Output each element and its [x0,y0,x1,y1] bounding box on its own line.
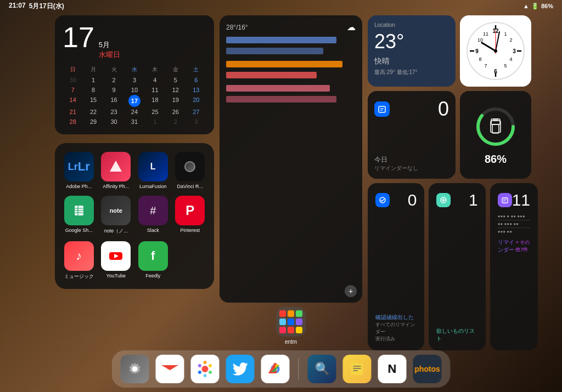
cal-cell[interactable]: 22 [83,107,103,117]
svg-text:2: 2 [509,37,512,43]
cal-cell[interactable]: 31 [124,117,144,127]
cal-cell[interactable]: 11 [145,85,165,95]
dock-app-chrome[interactable] [261,355,290,383]
cal-cell[interactable]: 9 [104,85,124,95]
cal-cell[interactable]: 5 [165,75,186,85]
cal-cell[interactable]: 8 [83,85,103,95]
cal-cell[interactable]: 12 [165,85,186,95]
cal-cell[interactable]: 18 [145,95,165,107]
reminder-confirmed-count: 0 [408,191,417,209]
cal-cell[interactable]: 29 [83,117,103,127]
cal-cell[interactable]: 1 [83,75,103,85]
app-davinci[interactable]: DaVinci R... [175,152,206,189]
app-note-label: note（ノ... [104,228,128,235]
app-affinity[interactable]: Affinity Ph... [101,152,132,189]
svg-text:1: 1 [504,31,507,37]
cal-cell[interactable]: 30 [63,75,83,85]
calendar-weekday: 水曜日 [99,50,120,60]
svg-point-54 [198,364,201,367]
cal-cell[interactable]: 4 [145,75,165,85]
schedule-temp: 28°/16° [226,24,248,31]
cal-cell[interactable]: 25 [145,107,165,117]
status-date: 5月17日(水) [29,2,64,11]
app-pinterest-icon: P [175,196,205,225]
schedule-item-6 [226,96,336,103]
cal-cell[interactable]: 2 [104,75,124,85]
app-lumafusion-icon: L [138,152,168,181]
app-note[interactable]: note note（ノ... [101,196,132,235]
weather-widget[interactable]: Location 23° 快晴 最高:29° 最低:17° [368,15,456,87]
dock-app-gmail[interactable] [156,355,184,383]
wishlist-widget[interactable]: 1 欲しいものリスト [429,183,485,350]
weather-range: 最高:29° 最低:17° [374,69,449,76]
schedule-plus-button[interactable]: + [345,285,357,297]
cal-cell[interactable]: 3 [124,75,144,85]
cal-cell[interactable]: 10 [124,85,144,95]
battery-icon: 🔋 [531,3,539,10]
dock-app-notes[interactable] [343,355,372,383]
battery-widget[interactable]: 86% [460,91,531,179]
battery-icon-center [490,118,501,135]
dock-app-photos[interactable] [191,355,220,383]
cal-cell[interactable]: 15 [83,95,103,107]
dock-app-amazon[interactable]: photos [413,355,442,383]
cal-cell[interactable]: 16 [104,95,124,107]
wishlist-count: 1 [469,191,478,209]
cal-cell[interactable]: 1 [145,117,165,127]
reminder-confirmed-widget[interactable]: 0 確認値繰出した すべてのリマインダー 実行済み [368,183,424,350]
dock-app-notion[interactable]: N [378,355,407,383]
right-widgets: Location 23° 快晴 最高:29° 最低:17° [368,15,538,350]
entm-folder[interactable]: entm [220,307,362,350]
cal-cell[interactable]: 13 [186,85,206,95]
svg-text:8: 8 [479,56,481,62]
cal-cell[interactable]: 30 [104,117,124,127]
wishlist-icon [436,193,451,207]
app-music[interactable]: ♪ ミュージック [64,241,94,280]
cal-cell[interactable]: 28 [63,117,83,127]
top-right-pair: Location 23° 快晴 最高:29° 最低:17° [368,15,538,87]
cal-cell[interactable]: 27 [186,107,206,117]
app-feedly[interactable]: f Feedly [138,241,168,280]
app-youtube-label: YouTube [106,273,126,279]
svg-rect-58 [351,363,363,375]
calendar-body: 3012345678910111213141516171819202122232… [63,75,206,127]
cal-cell[interactable]: 3 [186,117,206,127]
calendar-header-row: 日 月 火 水 木 金 土 [63,64,206,75]
cal-cell[interactable]: 6 [186,75,206,85]
entm-label: entm [285,339,297,345]
cal-cell[interactable]: 14 [63,95,83,107]
app-slack[interactable]: # Slack [138,196,168,235]
schedule-weather: 28°/16° ☁ [226,22,356,32]
cal-cell[interactable]: 7 [63,85,83,95]
clock-widget[interactable]: 12 3 6 9 1 2 4 5 7 8 10 11 [460,15,531,87]
cal-cell[interactable]: 24 [124,107,144,117]
app-pinterest[interactable]: P Pinterest [175,196,206,235]
cal-cell[interactable]: 23 [104,107,124,117]
reminder-large-widget[interactable]: 11 ●●● ● ●● ●●● ●● ●●● ●● ●●● ●● リマインダー … [490,183,538,350]
weather-location: Location [374,22,449,28]
cal-cell[interactable]: 20 [186,95,206,107]
entm-mini-2 [288,310,294,317]
calendar-widget[interactable]: 17 5月 水曜日 日 月 火 水 木 金 土 3012345678910111… [55,15,214,134]
app-lightroom[interactable]: Lr Adobe Ph... [64,152,94,189]
cal-cell[interactable]: 19 [165,95,186,107]
reminder-zero-label: 今日 [374,155,418,164]
reminder-zero-widget[interactable]: 0 今日 リマインダーなし [368,91,456,179]
app-sheets[interactable]: Google Sh... [64,196,94,235]
dock-app-twitter[interactable] [226,355,255,383]
svg-point-29 [494,49,497,53]
cal-cell[interactable]: 21 [63,107,83,117]
cal-cell[interactable]: 17 [124,95,144,107]
wishlist-labels: 欲しいものリスト [436,327,477,343]
schedule-widget[interactable]: 28°/16° ☁ + [220,15,362,303]
entm-mini-6 [296,319,302,325]
cal-cell[interactable]: 26 [165,107,186,117]
cal-cell[interactable]: 2 [165,117,186,127]
app-lumafusion[interactable]: L LumaFusion [138,152,168,189]
dock-app-settings[interactable] [121,355,149,383]
app-youtube[interactable]: YouTube [101,241,132,280]
dock-app-search[interactable]: 🔍 [308,355,336,383]
app-lumafusion-label: LumaFusion [139,184,167,189]
cal-week-0: 30123456 [63,75,206,85]
entm-folder-icon [276,307,306,337]
